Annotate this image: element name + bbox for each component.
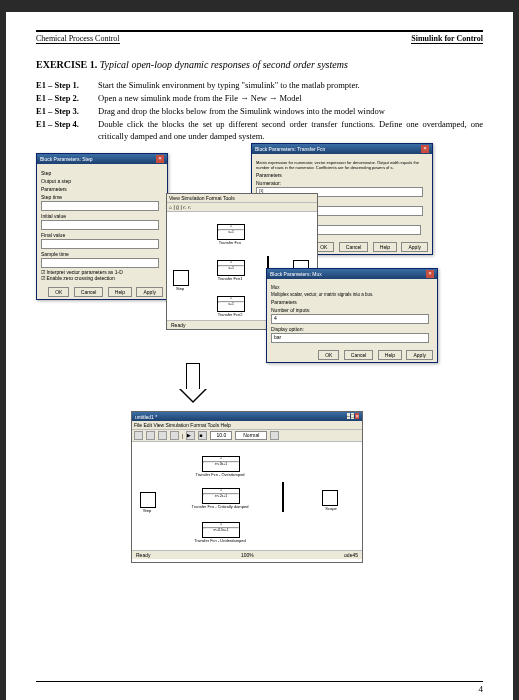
sim-mode-select[interactable]: Normal — [235, 431, 267, 440]
help-button[interactable]: Help — [373, 242, 397, 252]
new-icon[interactable] — [134, 431, 143, 440]
header-right: Simulink for Control — [411, 34, 483, 44]
tf-critical-block[interactable]: 1s²+2s+1 — [202, 488, 240, 504]
initial-value-input[interactable] — [41, 220, 159, 230]
num-inputs-input[interactable]: 4 — [271, 314, 429, 324]
tf-underdamped-block[interactable]: 1s²+0.5s+1 — [202, 522, 240, 538]
tf-block[interactable]: 1s+1 — [217, 224, 245, 240]
step-block[interactable] — [140, 492, 156, 508]
maximize-icon[interactable]: □ — [351, 413, 355, 419]
arrow-down-icon — [176, 363, 206, 403]
sample-time-input[interactable] — [41, 258, 159, 268]
play-icon[interactable]: ▶ — [186, 431, 195, 440]
open-icon[interactable] — [146, 431, 155, 440]
tf-overdamped-block[interactable]: 1s²+3s+1 — [202, 456, 240, 472]
apply-button[interactable]: Apply — [401, 242, 428, 252]
tf2-block[interactable]: 1s+1 — [217, 296, 245, 312]
cancel-button[interactable]: Cancel — [344, 350, 374, 360]
minimize-icon[interactable]: – — [347, 413, 350, 419]
ok-button[interactable]: OK — [48, 287, 69, 297]
final-value-input[interactable] — [41, 239, 159, 249]
ok-button[interactable]: OK — [318, 350, 339, 360]
tf1-block[interactable]: 1s+1 — [217, 260, 245, 276]
sim-time-input[interactable]: 10.0 — [210, 431, 232, 440]
cancel-button[interactable]: Cancel — [339, 242, 369, 252]
step-block[interactable] — [173, 270, 189, 286]
scope-block[interactable] — [322, 490, 338, 506]
steps-list: E1 – Step 1.Start the Simulink environme… — [36, 80, 483, 142]
simulink-window-2: untitled1 * –□× File Edit View Simulatio… — [131, 411, 363, 563]
print-icon[interactable] — [170, 431, 179, 440]
header-left: Chemical Process Control — [36, 34, 120, 44]
cancel-button[interactable]: Cancel — [74, 287, 104, 297]
help-button[interactable]: Help — [108, 287, 132, 297]
close-icon[interactable]: × — [426, 270, 434, 278]
dialog-mux: Block Parameters: Mux× Mux Multiplex sca… — [266, 268, 438, 363]
step-time-input[interactable] — [41, 201, 159, 211]
mux-block[interactable] — [282, 482, 284, 512]
dialog-step-params: Block Parameters: Step× Step Output a st… — [36, 153, 168, 300]
apply-button[interactable]: Apply — [406, 350, 433, 360]
gear-icon[interactable] — [270, 431, 279, 440]
close-icon[interactable]: × — [156, 155, 164, 163]
display-option-input[interactable]: bar — [271, 333, 429, 343]
save-icon[interactable] — [158, 431, 167, 440]
close-icon[interactable]: × — [421, 145, 429, 153]
page-number: 4 — [479, 684, 484, 694]
exercise-title: EXERCISE 1. Typical open-loop dynamic re… — [36, 59, 483, 70]
help-button[interactable]: Help — [378, 350, 402, 360]
close-icon[interactable]: × — [355, 413, 359, 419]
stop-icon[interactable]: ■ — [198, 431, 207, 440]
